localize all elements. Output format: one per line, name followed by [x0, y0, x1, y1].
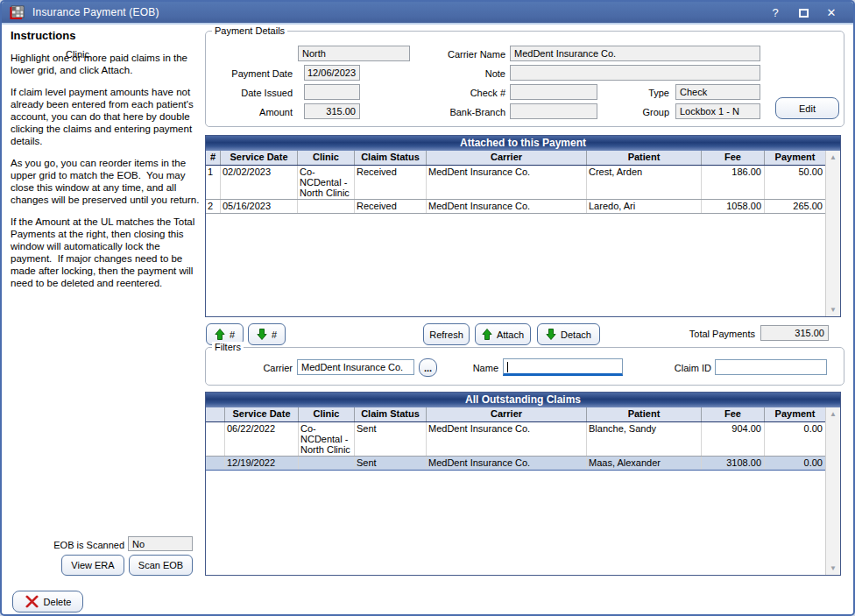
column-header-patient[interactable]: Patient — [587, 151, 702, 165]
window-titlebar[interactable]: Insurance Payment (EOB) ? ✕ — [2, 2, 853, 25]
scan-eob-button[interactable]: Scan EOB — [129, 555, 193, 576]
cell-claim-status: Sent — [355, 422, 427, 456]
cell-num: 2 — [206, 200, 221, 213]
total-payments-label: Total Payments — [668, 329, 755, 339]
maximize-button[interactable] — [789, 6, 817, 19]
help-button[interactable]: ? — [761, 6, 789, 19]
edit-button[interactable]: Edit — [775, 97, 839, 119]
delete-x-icon — [25, 595, 39, 608]
cell-fee: 186.00 — [702, 166, 765, 199]
eob-scanned-field: No — [128, 536, 193, 551]
column-header-num[interactable]: # — [206, 151, 221, 165]
eob-scanned-label: EOB is Scanned — [19, 540, 124, 550]
column-header-service-date[interactable]: Service Date — [225, 407, 299, 421]
detach-button[interactable]: Detach — [537, 323, 600, 345]
date-issued-field — [304, 84, 360, 100]
column-header-carrier[interactable]: Carrier — [427, 151, 587, 165]
cell-service-date: 05/16/2023 — [221, 200, 298, 213]
cell-payment: 265.00 — [765, 200, 825, 213]
carrier-name-label: Carrier Name — [435, 49, 505, 60]
view-era-button[interactable]: View ERA — [61, 555, 124, 576]
text-cursor — [507, 362, 508, 372]
attach-button[interactable]: Attach — [475, 323, 531, 345]
detach-label: Detach — [561, 329, 591, 340]
amount-label: Amount — [214, 107, 293, 117]
column-header-claim-status[interactable]: Claim Status — [355, 407, 427, 421]
column-header-carrier[interactable]: Carrier — [427, 407, 587, 421]
cell-clinic — [298, 200, 355, 213]
column-header-clinic[interactable]: Clinic — [299, 407, 355, 421]
cell-fee: 1058.00 — [702, 200, 765, 213]
attached-grid-header-row: # Service Date Clinic Claim Status Carri… — [206, 151, 825, 166]
outstanding-row-selected[interactable]: 12/19/2022 Sent MedDent Insurance Co. Ma… — [206, 457, 825, 471]
column-header-fee[interactable]: Fee — [702, 407, 765, 421]
attached-grid-body: # Service Date Clinic Claim Status Carri… — [206, 151, 825, 316]
cell-blank — [206, 457, 225, 470]
column-header-clinic[interactable]: Clinic — [298, 151, 355, 165]
move-up-label: # — [230, 329, 235, 340]
date-issued-label: Date Issued — [214, 88, 293, 98]
group-label: Group — [606, 107, 669, 117]
check-number-label: Check # — [435, 88, 505, 98]
cell-payment: 0.00 — [765, 422, 825, 456]
column-header-payment[interactable]: Payment — [765, 151, 825, 165]
filter-carrier-label: Carrier — [227, 363, 293, 373]
cell-carrier: MedDent Insurance Co. — [427, 457, 587, 470]
cell-clinic: Co-NCDental - North Clinic — [299, 422, 355, 456]
filter-carrier-input[interactable]: MedDent Insurance Co. — [297, 359, 414, 375]
attach-label: Attach — [497, 329, 524, 340]
delete-button[interactable]: Delete — [12, 591, 83, 612]
outstanding-grid-header-row: Service Date Clinic Claim Status Carrier… — [206, 407, 825, 422]
cell-payment: 0.00 — [765, 457, 825, 470]
instructions-paragraph: As you go, you can reorder items in the … — [11, 157, 202, 206]
attached-row[interactable]: 1 02/02/2023 Co-NCDental - North Clinic … — [206, 166, 825, 200]
move-down-button[interactable]: # — [248, 323, 286, 345]
bank-branch-field — [510, 103, 597, 119]
column-header-fee[interactable]: Fee — [702, 151, 765, 165]
cell-carrier: MedDent Insurance Co. — [427, 200, 587, 213]
arrow-down-icon — [546, 328, 556, 341]
scroll-up-icon[interactable]: ▲ — [830, 410, 837, 418]
attached-grid-title: Attached to this Payment — [206, 136, 840, 151]
column-header-payment[interactable]: Payment — [765, 407, 825, 421]
cell-carrier: MedDent Insurance Co. — [427, 166, 587, 199]
arrow-up-icon — [215, 328, 225, 341]
outstanding-grid-title: All Outstanding Claims — [206, 393, 840, 407]
refresh-button[interactable]: Refresh — [423, 323, 470, 345]
column-header-patient[interactable]: Patient — [587, 407, 702, 421]
group-field: Lockbox 1 - N — [675, 103, 760, 119]
cell-patient: Crest, Arden — [587, 166, 702, 199]
filter-claim-id-input[interactable] — [715, 359, 827, 375]
outstanding-row[interactable]: 06/22/2022 Co-NCDental - North Clinic Se… — [206, 422, 825, 457]
payment-date-field: 12/06/2023 — [304, 65, 360, 81]
note-field — [510, 65, 760, 81]
delete-label: Delete — [44, 597, 72, 607]
scroll-down-icon[interactable]: ▼ — [830, 564, 837, 572]
column-header-service-date[interactable]: Service Date — [221, 151, 298, 165]
filters-label: Filters — [212, 342, 244, 352]
type-field: Check — [675, 84, 760, 100]
scroll-down-icon[interactable]: ▼ — [830, 306, 837, 314]
attached-grid: Attached to this Payment # Service Date … — [205, 135, 841, 317]
instructions-heading: Instructions — [11, 29, 202, 42]
attached-grid-scrollbar[interactable]: ▲ ▼ — [825, 151, 840, 316]
cell-fee: 3108.00 — [702, 457, 765, 470]
maximize-icon — [799, 9, 809, 18]
close-button[interactable]: ✕ — [817, 6, 845, 19]
outstanding-grid-body: Service Date Clinic Claim Status Carrier… — [206, 407, 825, 575]
app-icon — [10, 5, 25, 19]
clinic-field: North — [298, 46, 410, 61]
outstanding-grid: All Outstanding Claims Service Date Clin… — [205, 392, 841, 576]
filter-name-input[interactable] — [503, 358, 623, 376]
filter-name-label: Name — [467, 363, 498, 373]
column-header-blank[interactable] — [206, 407, 225, 421]
instructions-panel: Instructions Highlight one or more paid … — [11, 29, 202, 289]
column-header-claim-status[interactable]: Claim Status — [355, 151, 427, 165]
outstanding-grid-scrollbar[interactable]: ▲ ▼ — [825, 407, 840, 575]
arrow-down-icon — [257, 328, 267, 341]
cell-service-date: 06/22/2022 — [225, 422, 299, 456]
cell-clinic: Co-NCDental - North Clinic — [298, 166, 355, 199]
carrier-browse-button[interactable]: ... — [419, 358, 437, 377]
scroll-up-icon[interactable]: ▲ — [830, 153, 837, 161]
attached-row[interactable]: 2 05/16/2023 Received MedDent Insurance … — [206, 200, 825, 214]
